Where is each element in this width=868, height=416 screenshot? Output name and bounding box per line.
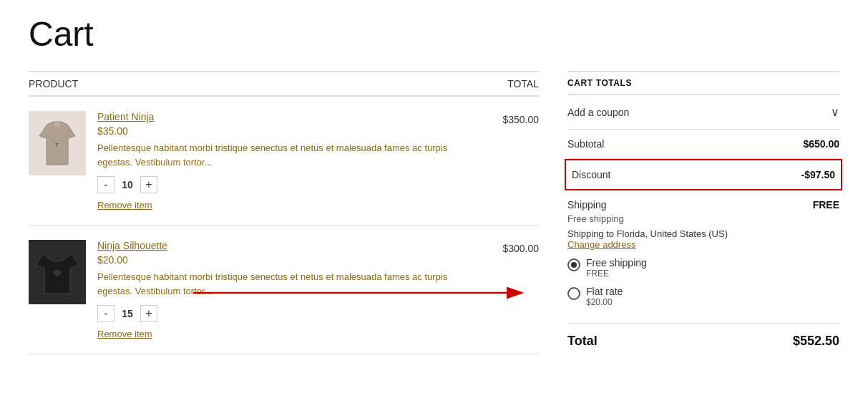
remove-item-link[interactable]: Remove item xyxy=(97,200,152,211)
free-shipping-sub: Free shipping xyxy=(567,213,839,224)
coupon-label: Add a coupon xyxy=(567,107,629,118)
radio-free-shipping[interactable] xyxy=(567,258,580,271)
shipping-option[interactable]: Free shipping FREE xyxy=(567,257,839,279)
cart-item: Ninja Silhouette $20.00 Pellentesque hab… xyxy=(29,226,539,354)
free-shipping-option-label: Free shipping xyxy=(586,257,647,269)
shipping-address: Shipping to Florida, United States (US) … xyxy=(567,228,839,250)
shipping-row: Shipping FREE Free shipping Shipping to … xyxy=(567,190,839,324)
shipping-option[interactable]: Flat rate $20.00 xyxy=(567,286,839,307)
total-row: Total $552.50 xyxy=(567,324,839,359)
subtotal-value: $650.00 xyxy=(803,138,839,150)
product-description: Pellentesque habitant morbi tristique se… xyxy=(97,270,470,298)
coupon-row[interactable]: Add a coupon ∨ xyxy=(567,95,839,130)
product-details: Patient Ninja $35.00 Pellentesque habita… xyxy=(97,111,470,211)
product-details: Ninja Silhouette $20.00 Pellentesque hab… xyxy=(97,240,470,339)
quantity-value: 15 xyxy=(120,308,135,319)
svg-point-0 xyxy=(54,121,60,127)
product-description: Pellentesque habitant morbi tristique se… xyxy=(97,141,470,169)
quantity-increase-button[interactable]: + xyxy=(140,305,157,322)
quantity-value: 10 xyxy=(120,179,135,190)
discount-row: Discount -$97.50 xyxy=(565,159,842,190)
product-price: $20.00 xyxy=(97,254,470,266)
discount-value: -$97.50 xyxy=(801,169,835,180)
product-image xyxy=(29,240,86,304)
change-address-link[interactable]: Change address xyxy=(567,239,635,250)
quantity-decrease-button[interactable]: - xyxy=(97,305,114,322)
quantity-control: - 15 + xyxy=(97,305,470,322)
cart-totals-title: CART TOTALS xyxy=(567,71,839,95)
cart-table-header: PRODUCT TOTAL xyxy=(29,71,539,97)
total-value: $552.50 xyxy=(793,334,839,349)
cart-items-section: PRODUCT TOTAL T Patient Ninja $35.00 xyxy=(29,71,539,354)
product-price: $35.00 xyxy=(97,125,470,137)
quantity-control: - 10 + xyxy=(97,176,470,193)
flat-rate-option-label: Flat rate xyxy=(586,286,623,297)
remove-item-link[interactable]: Remove item xyxy=(97,329,152,339)
quantity-decrease-button[interactable]: - xyxy=(97,176,114,193)
product-image: T xyxy=(29,111,86,175)
free-shipping-option-sub: FREE xyxy=(586,269,647,279)
cart-totals-section: CART TOTALS Add a coupon ∨ Subtotal $650… xyxy=(567,71,839,359)
cart-item: T Patient Ninja $35.00 Pellentesque habi… xyxy=(29,97,539,226)
radio-flat-rate[interactable] xyxy=(567,287,580,300)
product-name-link[interactable]: Ninja Silhouette xyxy=(97,240,167,251)
flat-rate-option-sub: $20.00 xyxy=(586,297,623,307)
product-name-link[interactable]: Patient Ninja xyxy=(97,111,154,122)
discount-label: Discount xyxy=(572,169,610,180)
chevron-down-icon: ∨ xyxy=(831,105,839,119)
subtotal-row: Subtotal $650.00 xyxy=(567,130,839,159)
shipping-label: Shipping xyxy=(567,199,607,211)
radio-inner xyxy=(571,262,577,268)
page-title: Cart xyxy=(29,14,839,54)
total-column-header: TOTAL xyxy=(507,78,539,90)
subtotal-label: Subtotal xyxy=(567,138,604,150)
svg-point-2 xyxy=(52,253,63,260)
quantity-increase-button[interactable]: + xyxy=(140,176,157,193)
svg-text:T: T xyxy=(55,142,59,148)
shipping-value: FREE xyxy=(813,199,839,211)
item-total: $300.00 xyxy=(482,240,539,254)
product-column-header: PRODUCT xyxy=(29,78,78,90)
total-label: Total xyxy=(567,334,598,349)
item-total: $350.00 xyxy=(482,111,539,125)
